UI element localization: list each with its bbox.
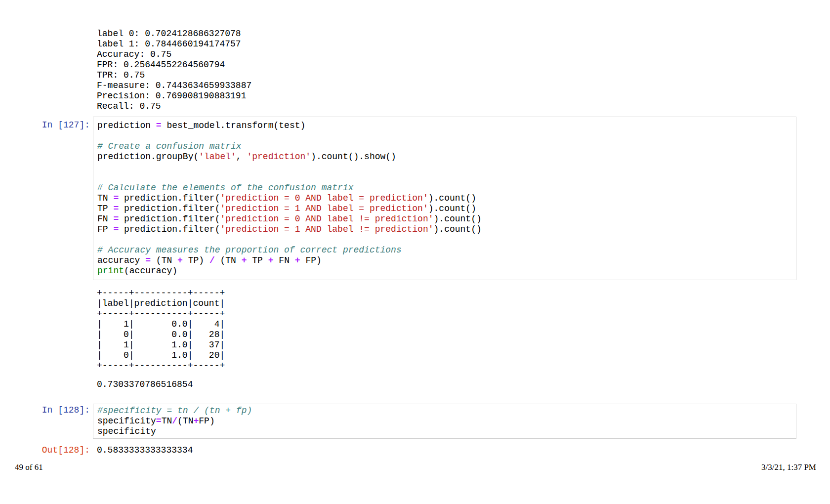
notebook-pdf-page: label 0: 0.7024128686327078 label 1: 0.7… (0, 0, 830, 504)
code-cell-input-128: #specificity = tn / (tn + fp)specificity… (93, 404, 796, 439)
stdout-accuracy-value: 0.7303370786516854 (97, 379, 193, 390)
output-prompt-128: Out[128]: (0, 445, 90, 456)
code-source-127: prediction = best_model.transform(test) … (97, 121, 792, 276)
code-cell-input-127: prediction = best_model.transform(test) … (93, 117, 796, 280)
stdout-metrics-output: label 0: 0.7024128686327078 label 1: 0.7… (97, 29, 251, 110)
output-value-128: 0.5833333333333334 (97, 445, 193, 456)
input-prompt-128: In [128]: (0, 405, 90, 416)
code-source-128: #specificity = tn / (tn + fp)specificity… (97, 406, 792, 437)
stdout-confusion-matrix-table: +-----+----------+-----+ |label|predicti… (97, 288, 225, 371)
input-prompt-127: In [127]: (0, 120, 90, 130)
page-number: 49 of 61 (15, 462, 43, 472)
print-timestamp: 3/3/21, 1:37 PM (761, 462, 816, 472)
